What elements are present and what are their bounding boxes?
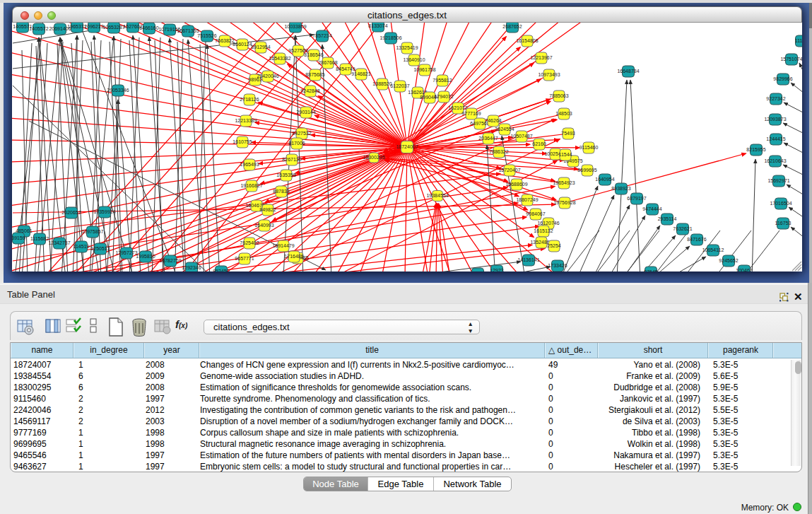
svg-text:7625402: 7625402 — [240, 240, 259, 245]
svg-text:16782759: 16782759 — [159, 258, 181, 263]
svg-text:9146821: 9146821 — [351, 71, 370, 76]
svg-text:9227342: 9227342 — [766, 96, 785, 101]
svg-text:62160: 62160 — [532, 141, 546, 146]
svg-text:1965493: 1965493 — [240, 162, 259, 167]
svg-text:148503: 148503 — [555, 111, 572, 116]
svg-text:8660124: 8660124 — [233, 42, 252, 47]
svg-text:7885063: 7885063 — [549, 93, 568, 98]
svg-text:1388520: 1388520 — [372, 81, 392, 86]
svg-text:8267130: 8267130 — [282, 157, 301, 162]
svg-text:17359924: 17359924 — [93, 209, 115, 214]
svg-text:817006: 817006 — [288, 141, 305, 146]
svg-text:1615132: 1615132 — [534, 228, 553, 233]
svg-text:887833: 887833 — [273, 189, 289, 194]
svg-text:15720407: 15720407 — [498, 168, 520, 173]
svg-text:18807249: 18807249 — [516, 197, 538, 202]
svg-text:10688609: 10688609 — [505, 182, 527, 187]
svg-text:8215955: 8215955 — [746, 147, 765, 152]
svg-text:18724007: 18724007 — [396, 144, 418, 149]
svg-text:12342737: 12342737 — [48, 240, 70, 245]
svg-text:3624554: 3624554 — [495, 127, 514, 132]
svg-text:8133074: 8133074 — [368, 23, 387, 28]
svg-text:1250513: 1250513 — [90, 246, 110, 251]
svg-text:8912954: 8912954 — [251, 45, 270, 49]
svg-text:9245652: 9245652 — [719, 258, 738, 263]
svg-text:9829966: 9829966 — [773, 76, 792, 81]
svg-text:8471676: 8471676 — [687, 237, 706, 242]
svg-text:8186546: 8186546 — [304, 52, 323, 57]
svg-text:18300295: 18300295 — [363, 155, 384, 160]
svg-text:1610755: 1610755 — [233, 139, 252, 144]
svg-text:7632621: 7632621 — [673, 226, 692, 231]
svg-text:29053346: 29053346 — [107, 88, 129, 93]
svg-text:39159: 39159 — [12, 235, 25, 240]
svg-text:17016504: 17016504 — [770, 201, 792, 206]
svg-text:23420046: 23420046 — [257, 74, 278, 78]
svg-text:11544: 11544 — [559, 152, 572, 157]
svg-text:849822: 849822 — [259, 207, 276, 212]
svg-text:16914479: 16914479 — [272, 243, 294, 248]
svg-text:7886322: 7886322 — [489, 149, 508, 154]
svg-text:7663822: 7663822 — [215, 38, 234, 43]
svg-text:13325419: 13325419 — [396, 45, 418, 50]
svg-text:9242848: 9242848 — [300, 88, 319, 93]
svg-text:12093873: 12093873 — [764, 117, 786, 122]
svg-text:2935114: 2935114 — [658, 216, 677, 221]
svg-text:8454749: 8454749 — [336, 66, 355, 71]
svg-text:16671355: 16671355 — [177, 28, 199, 33]
svg-text:1115682: 1115682 — [30, 236, 49, 241]
svg-text:16154808: 16154808 — [516, 38, 538, 43]
svg-text:10975857: 10975857 — [81, 229, 103, 234]
svg-text:19654923: 19654923 — [553, 180, 575, 185]
svg-text:100462: 100462 — [736, 268, 752, 271]
svg-text:9115460: 9115460 — [579, 145, 599, 150]
svg-text:7515526: 7515526 — [197, 33, 216, 38]
svg-text:25254: 25254 — [547, 243, 561, 248]
svg-text:2867608: 2867608 — [318, 60, 337, 65]
svg-text:2903144: 2903144 — [296, 110, 315, 115]
svg-text:2096213: 2096213 — [84, 24, 103, 29]
svg-text:2020657: 2020657 — [61, 210, 81, 215]
svg-text:116753: 116753 — [775, 221, 792, 226]
svg-text:6122037: 6122037 — [390, 83, 409, 88]
svg-text:1640993: 1640993 — [254, 223, 273, 228]
svg-text:6794072: 6794072 — [434, 94, 453, 99]
svg-text:75493: 75493 — [561, 131, 575, 136]
svg-text:114519: 114519 — [73, 244, 90, 249]
svg-text:16648784: 16648784 — [617, 69, 639, 74]
svg-text:2718126: 2718126 — [240, 97, 259, 102]
svg-text:1635358: 1635358 — [276, 173, 295, 177]
svg-text:10654112: 10654112 — [702, 247, 724, 252]
svg-text:8427532: 8427532 — [292, 131, 311, 136]
svg-text:1640954: 1640954 — [595, 177, 614, 182]
svg-text:7955812: 7955812 — [433, 78, 452, 83]
svg-text:12923: 12923 — [490, 268, 504, 271]
svg-text:10507487: 10507487 — [510, 134, 532, 139]
svg-text:1244415: 1244415 — [766, 136, 785, 141]
svg-text:1405572: 1405572 — [29, 26, 48, 31]
svg-text:1292346: 1292346 — [182, 265, 201, 270]
svg-text:10033809: 10033809 — [284, 24, 306, 29]
svg-text:746264: 746264 — [485, 118, 501, 123]
svg-text:9474444: 9474444 — [642, 206, 661, 211]
svg-text:19166827: 19166827 — [240, 183, 262, 188]
svg-text:9084067: 9084067 — [526, 211, 545, 216]
svg-text:90994: 90994 — [471, 271, 485, 271]
svg-text:19218506: 19218506 — [379, 35, 401, 40]
svg-text:8699695: 8699695 — [577, 168, 596, 173]
svg-text:7857234: 7857234 — [312, 33, 331, 38]
svg-text:10973493: 10973493 — [538, 72, 560, 77]
svg-text:87645: 87645 — [644, 269, 658, 271]
svg-text:16210643: 16210643 — [764, 158, 786, 163]
svg-text:10653287: 10653287 — [102, 25, 124, 30]
svg-text:1733426: 1733426 — [548, 263, 567, 268]
svg-text:1621072: 1621072 — [448, 105, 467, 110]
svg-text:6466160: 6466160 — [139, 25, 158, 30]
svg-text:8938923: 8938923 — [611, 186, 630, 191]
svg-text:8875685: 8875685 — [305, 72, 324, 77]
svg-text:13640910: 13640910 — [403, 57, 425, 62]
svg-text:952450: 952450 — [213, 269, 229, 271]
svg-text:16120746: 16120746 — [537, 221, 559, 226]
svg-text:9657771: 9657771 — [235, 256, 254, 261]
svg-text:2687652: 2687652 — [502, 24, 522, 29]
